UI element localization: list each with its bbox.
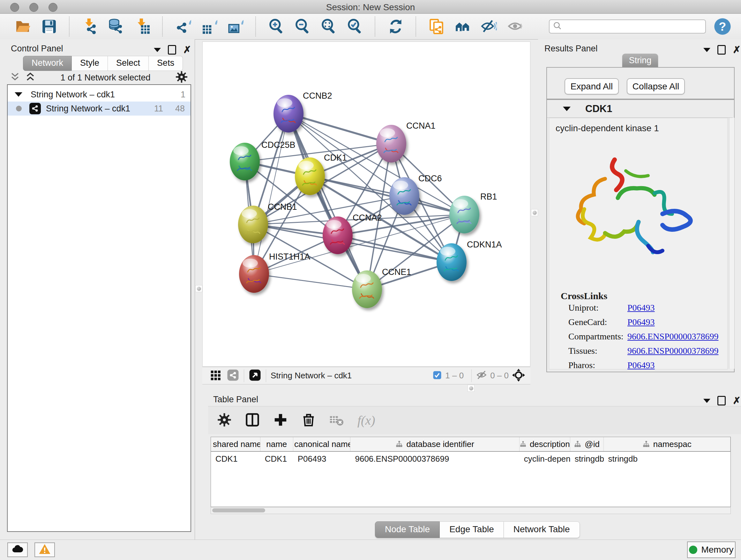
collection-expand-icon[interactable] [15, 92, 22, 97]
table-row[interactable]: CDK1CDK1P064939606.ENSP00000378699cyclin… [211, 452, 731, 466]
tab-network-table[interactable]: Network Table [504, 521, 580, 538]
zoom-selected-icon[interactable] [347, 18, 363, 35]
birds-eye-navigator-icon[interactable] [512, 368, 525, 383]
grid-mode-icon[interactable] [209, 369, 221, 382]
cloud-status-button[interactable] [7, 543, 28, 557]
crosslink-link[interactable]: 9606.ENSP00000378699 [627, 331, 718, 341]
table-panel-close-icon[interactable]: ✗ [733, 397, 741, 405]
network-overview-icon[interactable] [226, 369, 239, 383]
table-cell[interactable]: stringdb:9... [570, 452, 604, 466]
table-panel-collapse-icon[interactable] [703, 399, 711, 403]
table-cell[interactable]: CDK1 [211, 452, 260, 466]
table-cell[interactable]: CDK1 [260, 452, 293, 466]
search-input[interactable] [562, 21, 697, 32]
node-table[interactable]: shared namenamecanonical namedatabase id… [211, 437, 731, 507]
edge-CCNB2-CCNA1[interactable] [288, 114, 391, 144]
tab-style[interactable]: Style [72, 56, 108, 71]
save-session-icon[interactable] [41, 18, 57, 35]
open-file-icon[interactable] [15, 18, 31, 35]
tab-sets[interactable]: Sets [149, 56, 183, 71]
gene-expand-icon[interactable] [563, 107, 570, 111]
scrollbar-thumb[interactable] [212, 508, 265, 512]
column-header--id[interactable]: @id [570, 437, 604, 451]
control-panel-close-icon[interactable]: ✗ [183, 46, 191, 54]
create-column-icon[interactable] [273, 413, 288, 428]
new-network-from-selection-icon[interactable] [428, 18, 445, 35]
column-header-shared-name[interactable]: shared name [211, 437, 260, 451]
column-header-canonical-name[interactable]: canonical name [293, 437, 351, 451]
results-panel-float-icon[interactable] [718, 45, 726, 55]
collapse-all-tree-icon[interactable] [10, 71, 20, 84]
refresh-layout-icon[interactable] [387, 18, 404, 35]
node-CDKN1A[interactable]: CDKN1A [436, 240, 502, 281]
node-RB1[interactable]: RB1 [449, 192, 497, 233]
import-network-file-icon[interactable] [82, 18, 98, 35]
tab-string[interactable]: String [622, 54, 658, 67]
crosslink-link[interactable]: P06493 [627, 360, 655, 370]
network-collection-row[interactable]: String Network – cdk1 1 [8, 87, 191, 102]
import-network-database-icon[interactable] [108, 18, 125, 35]
crosslink-link[interactable]: 9606.ENSP00000378699 [627, 346, 718, 356]
table-horizontal-scrollbar[interactable] [211, 507, 731, 514]
node-CDC25B[interactable]: CDC25B [230, 140, 295, 180]
delete-column-icon[interactable] [301, 413, 316, 428]
node-CCNA1[interactable]: CCNA1 [376, 121, 435, 163]
column-header-description[interactable]: description [520, 437, 570, 451]
edge-CCNB2-HIST1H1A[interactable] [254, 114, 288, 274]
expand-all-tree-icon[interactable] [25, 71, 36, 84]
table-gear-icon[interactable] [217, 413, 232, 428]
bottom-splitter-handle[interactable] [468, 385, 475, 392]
export-network-icon[interactable] [175, 18, 192, 35]
tab-network[interactable]: Network [23, 56, 72, 71]
expand-all-button[interactable]: Expand All [564, 78, 619, 95]
node-HIST1H1A[interactable]: HIST1H1A [239, 252, 310, 293]
show-columns-icon[interactable] [245, 413, 260, 428]
table-cell[interactable]: P06493 [293, 452, 351, 466]
help-button[interactable]: ? [714, 17, 731, 36]
tab-edge-table[interactable]: Edge Table [440, 521, 504, 538]
edge-RB1-HIST1H1A[interactable] [254, 214, 464, 274]
hide-selected-icon[interactable] [481, 18, 497, 35]
edge-CCNE1-HIST1H1A[interactable] [254, 274, 367, 289]
control-panel-float-icon[interactable] [168, 45, 176, 55]
crosslink-link[interactable]: P06493 [627, 303, 655, 313]
search-box[interactable] [549, 19, 706, 34]
export-table-icon[interactable] [201, 18, 218, 35]
zoom-out-icon[interactable] [294, 18, 311, 35]
table-cell[interactable]: cyclin-dependent ... [520, 452, 570, 466]
table-cell[interactable]: 9606.ENSP00000378699 [350, 452, 519, 466]
network-options-gear-icon[interactable] [175, 71, 188, 84]
detach-view-icon[interactable] [249, 369, 261, 383]
results-panel-collapse-icon[interactable] [703, 48, 711, 52]
tab-select[interactable]: Select [108, 56, 149, 71]
results-scrollbar[interactable] [729, 118, 735, 369]
control-panel-collapse-icon[interactable] [154, 48, 161, 52]
hidden-elements-eye-icon[interactable] [476, 370, 487, 382]
table-cell[interactable]: stringdb [604, 452, 731, 466]
network-row-selected[interactable]: String Network – cdk1 11 48 [8, 102, 191, 116]
node-CCNA2[interactable]: CCNA2 [323, 213, 382, 254]
edge-CCNA2-CDKN1A[interactable] [338, 235, 452, 262]
zoom-fit-icon[interactable] [320, 18, 337, 35]
column-header-database-identifier[interactable]: database identifier [350, 437, 519, 451]
memory-button[interactable]: Memory [687, 542, 736, 558]
column-header-namespac[interactable]: namespac [604, 437, 731, 451]
network-view-canvas[interactable]: CCNB2 CCNA1 CDC25B CDK1 CDC6 RB1 CCNB1 C… [202, 42, 530, 367]
node-CCNE1[interactable]: CCNE1 [352, 267, 411, 308]
import-table-icon[interactable] [134, 18, 151, 35]
collapse-all-button[interactable]: Collapse All [627, 78, 685, 95]
node-CDC6[interactable]: CDC6 [389, 174, 442, 215]
edge-CCNB2-CCNE1[interactable] [288, 114, 367, 289]
right-splitter-handle[interactable] [531, 209, 538, 216]
table-panel-float-icon[interactable] [718, 396, 726, 406]
crosslink-link[interactable]: P06493 [627, 317, 655, 327]
left-splitter-handle[interactable] [195, 285, 202, 292]
warnings-button[interactable] [35, 543, 55, 557]
selected-nodes-checkbox[interactable] [432, 370, 442, 381]
first-neighbors-icon[interactable] [455, 18, 471, 35]
zoom-in-icon[interactable] [268, 18, 285, 35]
export-image-icon[interactable] [227, 18, 244, 35]
tab-node-table[interactable]: Node Table [375, 521, 440, 538]
results-panel-close-icon[interactable]: ✗ [733, 46, 741, 54]
column-header-name[interactable]: name [260, 437, 293, 451]
